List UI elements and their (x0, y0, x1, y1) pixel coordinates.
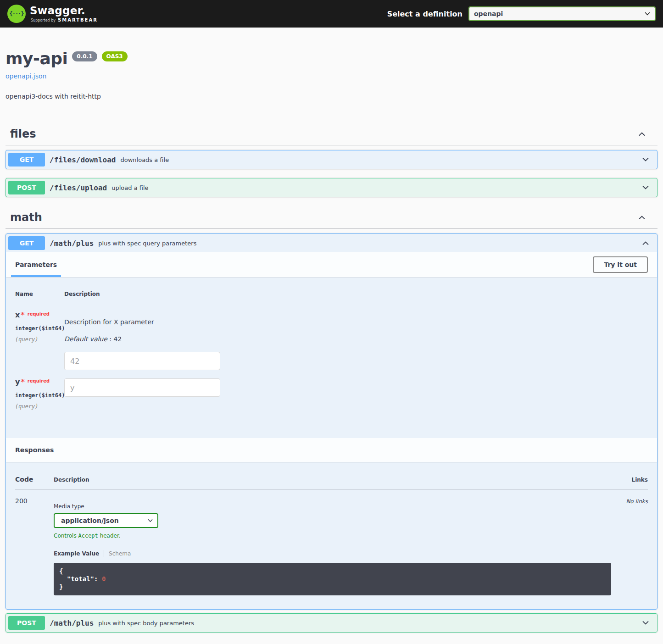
page-title: my-api (6, 50, 67, 67)
opblock-get-math-plus: GET /math/plus plus with spec query para… (6, 233, 657, 610)
tag-name: files (10, 128, 36, 140)
parameter-name-text: y (15, 378, 20, 386)
topbar: {···} Swagger. Supported by SMARTBEAR Se… (0, 0, 663, 28)
tag-section-math: math GET /math/plus plus with spec query… (6, 206, 657, 633)
method-badge: GET (8, 153, 45, 167)
spec-link[interactable]: openapi.json (6, 72, 46, 80)
description-column-header: Description (64, 291, 648, 297)
operation-summary-text: downloads a file (121, 156, 169, 163)
tag-header-math[interactable]: math (6, 206, 657, 229)
logo-title: Swagger. (30, 6, 98, 16)
swagger-logo-icon: {···} (7, 5, 26, 23)
parameters-table: Name Description x*required integer($int… (6, 277, 657, 438)
definition-area: Select a definition openapi (387, 6, 656, 21)
json-key: "total" (67, 575, 94, 583)
operation-summary-text: plus with spec query parameters (98, 240, 196, 247)
code-line: "total": 0 (59, 575, 606, 583)
opblock-post-files-upload: POST /files/upload upload a file (6, 178, 657, 197)
opblock-get-files-download: GET /files/download downloads a file (6, 150, 657, 169)
tab-divider (104, 550, 104, 557)
logo-texts: Swagger. Supported by SMARTBEAR (30, 6, 98, 22)
chevron-up-icon[interactable] (637, 129, 653, 139)
operation-summary[interactable]: GET /math/plus plus with spec query para… (6, 234, 657, 252)
media-type-select[interactable]: application/json (54, 513, 158, 528)
operation-summary-text: plus with spec body parameters (98, 620, 194, 627)
operation-path: /files/upload (50, 183, 107, 192)
accept-note-post: header. (98, 533, 121, 539)
parameter-description-cell: Description for X parameter Default valu… (64, 311, 648, 370)
parameter-default: Default value : 42 (64, 335, 648, 343)
definition-select[interactable]: openapi (468, 6, 656, 21)
example-value-code-block: { "total": 0 } (54, 563, 611, 595)
main-content: my-api 0.0.1 OAS3 openapi.json openapi3-… (6, 50, 657, 644)
response-links: No links (611, 497, 648, 595)
code-line: } (59, 583, 606, 591)
media-type-select-wrap: application/json (54, 513, 158, 528)
operation-path: /files/download (50, 155, 116, 164)
opblock-post-math-plus: POST /math/plus plus with spec body para… (6, 613, 657, 633)
chevron-down-icon[interactable] (641, 155, 650, 164)
parameter-name-text: x (15, 311, 20, 319)
api-info: my-api 0.0.1 OAS3 openapi.json openapi3-… (6, 50, 657, 100)
responses-title: Responses (15, 446, 54, 454)
logo-sub-brand: SMARTBEAR (58, 18, 98, 22)
method-badge: POST (8, 181, 45, 194)
oas-badge: OAS3 (102, 51, 128, 61)
tag-name: math (10, 211, 42, 224)
chevron-up-icon[interactable] (637, 213, 653, 222)
accept-header-note: Controls Accept header. (54, 533, 611, 539)
required-asterisk: * (21, 378, 24, 386)
try-it-out-button[interactable]: Try it out (593, 256, 648, 273)
links-column-header: Links (611, 477, 648, 483)
parameter-name-cell: x*required integer($int64) (query) (15, 311, 64, 370)
logo-sub-prefix: Supported by (31, 19, 56, 22)
required-label: required (28, 378, 50, 383)
tag-header-files[interactable]: files (6, 123, 657, 145)
parameter-location: (query) (15, 336, 64, 343)
tab-schema[interactable]: Schema (109, 550, 131, 557)
operation-path: /math/plus (50, 619, 94, 627)
api-title-row: my-api 0.0.1 OAS3 (6, 50, 657, 67)
tab-example-value[interactable]: Example Value (54, 550, 99, 557)
parameters-section-header: Parameters Try it out (6, 252, 657, 277)
response-row-200: 200 Media type application/json (15, 490, 648, 595)
parameter-name: x*required (15, 311, 64, 319)
chevron-up-icon[interactable] (641, 239, 650, 248)
parameter-row-x: x*required integer($int64) (query) Descr… (15, 303, 648, 370)
required-label: required (28, 311, 50, 316)
method-badge: POST (8, 616, 45, 630)
json-number: 0 (102, 575, 106, 583)
parameter-location: (query) (15, 403, 64, 410)
parameter-description: Description for X parameter (64, 318, 648, 326)
parameter-description-cell (64, 378, 648, 410)
operation-summary[interactable]: GET /files/download downloads a file (6, 150, 657, 169)
parameter-y-input[interactable] (64, 378, 220, 397)
tab-parameters[interactable]: Parameters (11, 252, 61, 277)
parameters-table-header: Name Description (15, 286, 648, 303)
operation-summary[interactable]: POST /math/plus plus with spec body para… (6, 614, 657, 632)
parameter-name-cell: y*required integer($int64) (query) (15, 378, 64, 410)
responses-section-header: Responses (6, 438, 657, 462)
chevron-down-icon[interactable] (641, 183, 650, 192)
name-column-header: Name (15, 291, 64, 297)
swagger-logo: {···} Swagger. Supported by SMARTBEAR (7, 5, 98, 23)
method-badge: GET (8, 236, 45, 250)
logo-glyph: {···} (9, 11, 23, 17)
description-column-header: Description (54, 477, 611, 483)
parameter-name: y*required (15, 378, 64, 386)
version-badge: 0.0.1 (72, 51, 97, 61)
parameter-x-input[interactable] (64, 352, 220, 370)
json-colon: : (94, 575, 102, 583)
parameter-type: integer($int64) (15, 325, 64, 332)
response-code: 200 (15, 497, 54, 595)
media-type-label: Media type (54, 503, 611, 510)
chevron-down-icon[interactable] (641, 618, 650, 627)
parameter-type: integer($int64) (15, 392, 64, 399)
response-description-cell: Media type application/json Contro (54, 497, 611, 595)
operation-summary[interactable]: POST /files/upload upload a file (6, 178, 657, 197)
code-column-header: Code (15, 476, 54, 483)
accept-note-pre: Controls (54, 533, 78, 539)
operation-summary-text: upload a file (111, 184, 148, 191)
parameter-row-y: y*required integer($int64) (query) (15, 370, 648, 410)
definition-label: Select a definition (387, 10, 462, 18)
